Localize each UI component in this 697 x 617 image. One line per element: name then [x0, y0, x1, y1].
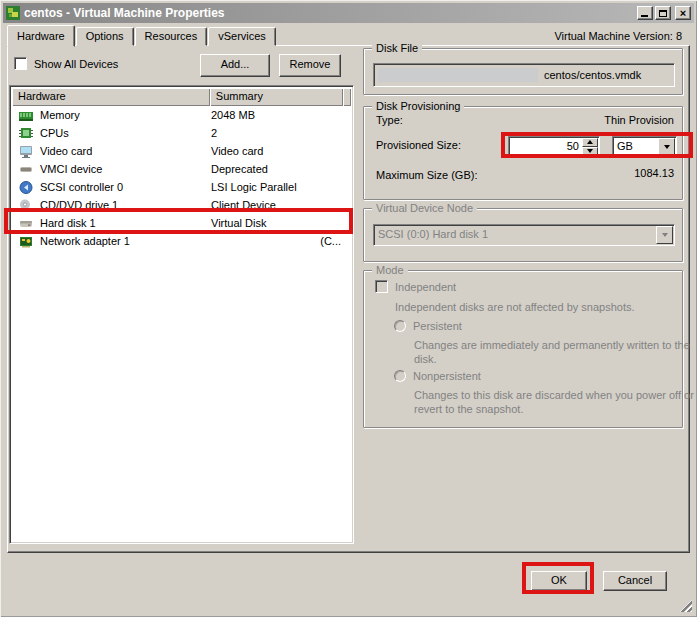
device-row-cddvd[interactable]: CD/DVD drive 1 Client Device [12, 196, 353, 214]
tab-strip: Hardware Options Resources vServices [7, 24, 277, 46]
size-unit-dropdown[interactable]: GB [612, 136, 677, 157]
device-row-hard-disk[interactable]: Hard disk 1 Virtual Disk [12, 214, 353, 232]
device-row-scsi[interactable]: SCSI controller 0 LSI Logic Parallel [12, 178, 353, 196]
device-summary: Client Device [211, 199, 351, 211]
spinner-up-button[interactable] [582, 138, 598, 147]
add-device-button[interactable]: Add... [200, 54, 270, 77]
down-arrow-icon [587, 149, 593, 153]
maximum-size-value: 1084.13 [634, 167, 674, 179]
maximum-size-label: Maximum Size (GB): [376, 169, 477, 181]
memory-icon [19, 109, 33, 122]
device-row-vmci[interactable]: VMCI device Deprecated [12, 160, 353, 178]
redacted-path-smudge [378, 68, 538, 82]
device-name: SCSI controller 0 [40, 181, 211, 193]
column-header-hardware[interactable]: Hardware [12, 88, 210, 106]
nonpersistent-radio [394, 370, 406, 382]
cd-dvd-icon [19, 199, 33, 212]
cancel-button[interactable]: Cancel [603, 571, 667, 591]
device-name: Hard disk 1 [40, 217, 211, 229]
mode-group: Mode Independent Independent disks are n… [363, 270, 683, 428]
network-adapter-icon [19, 235, 33, 248]
minimize-icon [641, 15, 648, 17]
ok-button[interactable]: OK [531, 571, 587, 591]
dropdown-button[interactable] [658, 138, 675, 155]
virtual-device-node-group: Virtual Device Node SCSI (0:0) Hard disk… [363, 208, 683, 262]
persistent-label: Persistent [413, 320, 462, 332]
minimize-button[interactable] [637, 6, 653, 20]
virtual-machine-properties-dialog: centos - Virtual Machine Properties × Ha… [0, 0, 697, 617]
device-summary: 2 [211, 127, 351, 139]
device-row-memory[interactable]: Memory 2048 MB [12, 106, 353, 124]
show-all-devices-label: Show All Devices [34, 58, 118, 70]
chevron-down-icon [662, 233, 668, 237]
remove-device-button[interactable]: Remove [279, 54, 341, 77]
cpu-icon [19, 127, 33, 140]
size-unit-value: GB [613, 137, 657, 156]
independent-description: Independent disks are not affected by sn… [395, 300, 675, 314]
show-all-devices-checkbox[interactable] [14, 57, 27, 70]
device-summary: 2048 MB [211, 109, 351, 121]
device-name: Video card [40, 145, 211, 157]
hardware-device-list[interactable]: Hardware Summary Memory 2048 MB CPUs 2 V… [9, 85, 354, 544]
close-icon: × [680, 8, 686, 19]
dropdown-button-disabled [656, 226, 673, 244]
disk-provisioning-group-label: Disk Provisioning [372, 100, 464, 113]
device-summary: Video card [211, 145, 351, 157]
device-summary: Deprecated [211, 163, 351, 175]
independent-checkbox [375, 280, 388, 293]
device-row-video-card[interactable]: Video card Video card [12, 142, 353, 160]
device-row-network-adapter[interactable]: Network adapter 1 (C... [12, 232, 353, 250]
type-label: Type: [376, 114, 403, 126]
type-value: Thin Provision [604, 114, 674, 126]
vsphere-app-icon [6, 6, 20, 20]
persistent-description: Changes are immediately and permanently … [414, 338, 694, 366]
chevron-down-icon [664, 145, 670, 149]
device-row-cpus[interactable]: CPUs 2 [12, 124, 353, 142]
disk-provisioning-group: Disk Provisioning Type: Thin Provision P… [363, 106, 683, 200]
maximize-button[interactable] [655, 6, 671, 20]
device-list-header: Hardware Summary [12, 88, 351, 106]
virtual-device-node-dropdown: SCSI (0:0) Hard disk 1 [373, 224, 675, 246]
provisioned-size-value[interactable]: 50 [509, 137, 582, 156]
device-name: CPUs [40, 127, 211, 139]
device-name: Memory [40, 109, 211, 121]
independent-label: Independent [395, 281, 456, 293]
provisioned-size-spinner[interactable]: 50 [508, 136, 600, 157]
tab-resources[interactable]: Resources [135, 27, 208, 46]
virtual-device-node-group-label: Virtual Device Node [372, 202, 477, 215]
device-name: Network adapter 1 [40, 235, 211, 247]
nonpersistent-label: Nonpersistent [413, 370, 481, 382]
column-header-filler [343, 88, 351, 106]
tab-hardware[interactable]: Hardware [7, 25, 75, 47]
device-name: VMCI device [40, 163, 211, 175]
device-summary: (C... [211, 235, 351, 247]
disk-file-field: centos/centos.vmdk [373, 63, 675, 87]
up-arrow-icon [587, 140, 593, 144]
persistent-radio [394, 320, 406, 332]
provisioned-size-label: Provisioned Size: [376, 139, 461, 151]
tab-options[interactable]: Options [76, 27, 134, 46]
mode-group-label: Mode [372, 264, 408, 277]
close-button[interactable]: × [675, 6, 691, 20]
resize-grip[interactable] [680, 600, 692, 612]
virtual-device-node-value: SCSI (0:0) Hard disk 1 [374, 225, 655, 245]
device-summary: Virtual Disk [211, 217, 351, 229]
vm-version-label: Virtual Machine Version: 8 [554, 30, 682, 42]
nonpersistent-description: Changes to this disk are discarded when … [414, 388, 694, 416]
scsi-controller-icon [19, 181, 33, 194]
disk-file-value: centos/centos.vmdk [544, 69, 641, 81]
device-summary: LSI Logic Parallel [211, 181, 351, 193]
video-card-icon [19, 145, 33, 158]
vmci-device-icon [19, 163, 33, 176]
device-name: CD/DVD drive 1 [40, 199, 211, 211]
column-header-summary[interactable]: Summary [210, 88, 343, 106]
tab-vservices[interactable]: vServices [208, 27, 276, 46]
title-bar[interactable]: centos - Virtual Machine Properties × [3, 3, 694, 23]
spinner-down-button[interactable] [582, 147, 598, 156]
maximize-icon [659, 10, 667, 17]
disk-file-group: Disk File centos/centos.vmdk [363, 48, 683, 95]
disk-file-group-label: Disk File [372, 42, 422, 55]
hard-disk-icon [19, 217, 33, 230]
window-title: centos - Virtual Machine Properties [24, 6, 225, 20]
